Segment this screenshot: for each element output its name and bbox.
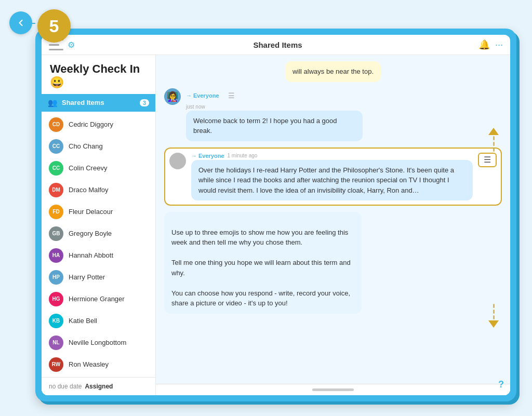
student-item[interactable]: NLNeville Longbottom bbox=[42, 332, 155, 354]
student-name: Harry Potter bbox=[69, 273, 105, 281]
message-row-1: 👩‍🏫 → Everyone ☰ bbox=[164, 88, 502, 141]
recipient-text-1: Everyone bbox=[193, 92, 219, 99]
arrow-left-icon bbox=[16, 18, 26, 28]
student-avatar: RW bbox=[49, 357, 63, 372]
sidebar-footer: no due date Assigned bbox=[42, 377, 155, 395]
top-bar-actions: 🔔 ··· bbox=[478, 39, 503, 50]
bell-icon[interactable]: 🔔 bbox=[478, 39, 490, 50]
content-area: will always be near the top. 👩‍🏫 → bbox=[156, 55, 510, 395]
message-bubble-1: Welcome back to term 2! I hope you had a… bbox=[186, 111, 363, 141]
footer-prefix: no due date bbox=[49, 383, 82, 390]
student-name: Fleur Delacour bbox=[69, 208, 113, 216]
student-item[interactable]: GBGregory Boyle bbox=[42, 223, 155, 245]
message-text-2: Over the holidays I re-read Harry Potter… bbox=[198, 166, 454, 194]
truncated-message-bubble: will always be near the top. bbox=[285, 61, 381, 82]
student-avatar: CC bbox=[49, 139, 63, 154]
shared-items-label: Shared Items bbox=[62, 99, 136, 106]
arrow-down-icon bbox=[488, 320, 499, 328]
shared-items-icon: 👥 bbox=[48, 98, 58, 108]
sidebar: Weekly Check In 😀 👥 Shared Items 3 CDCed… bbox=[42, 55, 156, 395]
message-bubble-2: Over the holidays I re-read Harry Potter… bbox=[191, 160, 473, 201]
msg-wrapper-1: → Everyone ☰ just now Welcome back to te… bbox=[186, 88, 363, 141]
scroll-down-arrow[interactable] bbox=[488, 304, 499, 328]
student-item[interactable]: KBKatie Bell bbox=[42, 310, 155, 332]
student-avatar: HA bbox=[49, 248, 63, 263]
device-screen: ⚙ Shared Items 🔔 ··· Weekly Check In 😀 👥… bbox=[42, 35, 510, 395]
prompt-message-bubble: Use up to three emojis to show me how yo… bbox=[164, 212, 362, 314]
help-icon[interactable]: ? bbox=[498, 379, 504, 390]
student-name: Cho Chang bbox=[69, 142, 103, 150]
shared-items-row[interactable]: 👥 Shared Items 3 bbox=[42, 94, 155, 112]
hamburger-icon-2: ☰ bbox=[484, 155, 491, 165]
student-item[interactable]: CCCho Chang bbox=[42, 136, 155, 157]
student-item[interactable]: DMDraco Malfoy bbox=[42, 179, 155, 201]
student-avatar: GB bbox=[49, 226, 63, 241]
sidebar-title-text: Weekly Check In bbox=[50, 62, 140, 75]
main-layout: Weekly Check In 😀 👥 Shared Items 3 CDCed… bbox=[42, 55, 510, 395]
sender-avatar-1: 👩‍🏫 bbox=[164, 88, 181, 105]
student-avatar: CD bbox=[49, 117, 63, 132]
student-item[interactable]: HGHermione Granger bbox=[42, 288, 155, 310]
prompt-message-text: Use up to three emojis to show me how yo… bbox=[171, 229, 351, 307]
student-name: Neville Longbottom bbox=[69, 339, 126, 346]
truncated-msg-container: will always be near the top. bbox=[164, 61, 502, 82]
step-number: 5 bbox=[49, 16, 59, 36]
msg-recipient-2: → Everyone bbox=[191, 153, 224, 159]
arrow-up-icon bbox=[488, 128, 499, 135]
student-avatar: HP bbox=[49, 270, 63, 285]
student-name: Colin Creevy bbox=[69, 164, 107, 172]
student-avatar: KB bbox=[49, 314, 63, 328]
student-name: Cedric Diggory bbox=[69, 120, 113, 128]
student-avatar: NL bbox=[49, 336, 63, 350]
student-item[interactable]: RWRon Weasley bbox=[42, 354, 155, 375]
highlighted-message-row: → Everyone 1 minute ago Over the holiday… bbox=[164, 147, 502, 206]
student-avatar: CC bbox=[49, 161, 63, 176]
page-title: Shared Items bbox=[81, 41, 474, 49]
student-name: Ron Weasley bbox=[69, 360, 109, 368]
sidebar-title: Weekly Check In 😀 bbox=[42, 55, 155, 94]
student-item[interactable]: HAHannah Abbott bbox=[42, 245, 155, 266]
student-avatar: HG bbox=[49, 292, 63, 306]
student-item[interactable]: CCColin Creevy bbox=[42, 157, 155, 179]
hamburger-icon-1: ☰ bbox=[228, 91, 235, 100]
msg-menu-1[interactable]: ☰ bbox=[222, 88, 241, 103]
sidebar-emoji: 😀 bbox=[50, 76, 64, 89]
messages-area: will always be near the top. 👩‍🏫 → bbox=[156, 55, 510, 384]
msg-menu-button-2[interactable]: ☰ bbox=[478, 153, 497, 167]
student-name: Hannah Abbott bbox=[69, 251, 113, 259]
highlighted-msg-actions: ☰ bbox=[478, 153, 497, 201]
msg-time-1: just now bbox=[186, 104, 363, 110]
student-item[interactable]: FDFleur Delacour bbox=[42, 201, 155, 223]
student-name: Draco Malfoy bbox=[69, 186, 109, 194]
student-name: Katie Bell bbox=[69, 317, 97, 325]
student-list: CDCedric DiggoryCCCho ChangCCColin Creev… bbox=[42, 114, 155, 377]
highlighted-msg-text-area: → Everyone 1 minute ago Over the holiday… bbox=[191, 153, 473, 201]
scroll-up-arrow[interactable] bbox=[488, 128, 499, 152]
student-name: Hermione Granger bbox=[69, 295, 125, 303]
student-item[interactable]: CDCedric Diggory bbox=[42, 114, 155, 136]
student-item[interactable]: HPHarry Potter bbox=[42, 266, 155, 288]
student-avatar: DM bbox=[49, 183, 63, 197]
arrow-dashes-down bbox=[493, 304, 495, 319]
arrow-dashes-up bbox=[493, 136, 495, 152]
msg-recipient-1: → Everyone bbox=[186, 92, 219, 99]
student-name: Gregory Boyle bbox=[69, 230, 112, 237]
student-avatar: FD bbox=[49, 205, 63, 219]
message-text-1: Welcome back to term 2! I hope you had a… bbox=[193, 117, 337, 135]
top-bar: ⚙ Shared Items 🔔 ··· bbox=[42, 35, 510, 55]
highlighted-msg-content: → Everyone 1 minute ago Over the holiday… bbox=[191, 153, 497, 201]
more-options-icon[interactable]: ··· bbox=[495, 39, 503, 50]
step-badge: 5 bbox=[37, 9, 71, 43]
recipient-text-2: Everyone bbox=[198, 153, 224, 159]
sender-avatar-2 bbox=[169, 153, 186, 169]
msg-time-2: 1 minute ago bbox=[228, 153, 258, 158]
device-frame: ⚙ Shared Items 🔔 ··· Weekly Check In 😀 👥… bbox=[35, 29, 516, 401]
scroll-handle bbox=[312, 388, 354, 391]
wrench-icon[interactable]: ⚙ bbox=[68, 40, 75, 50]
content-bottom-bar bbox=[156, 384, 510, 395]
back-arrow-circle[interactable] bbox=[9, 11, 32, 34]
shared-items-badge: 3 bbox=[140, 99, 149, 106]
footer-suffix: Assigned bbox=[85, 383, 113, 390]
truncated-message-text: will always be near the top. bbox=[292, 68, 374, 75]
